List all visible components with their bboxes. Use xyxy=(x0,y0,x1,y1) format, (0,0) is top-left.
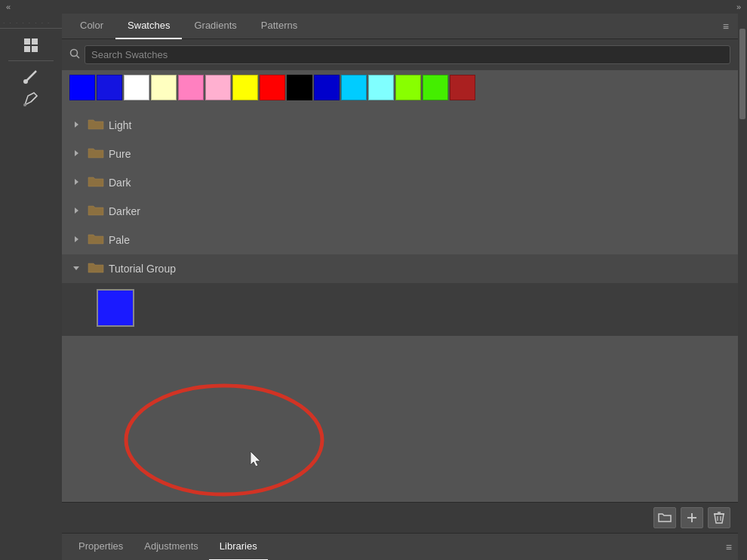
left-sidebar: · · · · · · · · xyxy=(0,14,62,560)
color-swatch[interactable] xyxy=(368,75,394,100)
svg-line-8 xyxy=(31,96,37,102)
svg-marker-13 xyxy=(75,179,78,185)
svg-point-9 xyxy=(71,50,78,57)
left-arrows-icon[interactable]: « xyxy=(6,2,11,11)
folder-icon xyxy=(88,203,103,220)
folder-item[interactable]: Darker xyxy=(62,197,738,226)
folder-label: Pure xyxy=(109,148,131,160)
ruler-dots: · · · · · · · · xyxy=(3,20,51,26)
folder-contents xyxy=(62,283,738,336)
svg-line-10 xyxy=(77,56,80,59)
svg-marker-14 xyxy=(75,208,78,214)
tutorial-color-swatch[interactable] xyxy=(97,289,134,327)
folder-item[interactable]: Pale xyxy=(62,226,738,254)
folder-icon xyxy=(88,174,103,191)
svg-marker-12 xyxy=(75,150,78,156)
add-swatch-button[interactable] xyxy=(681,507,703,528)
chevron-icon xyxy=(72,178,81,187)
color-swatch[interactable] xyxy=(287,75,312,100)
color-swatch[interactable] xyxy=(151,75,177,100)
color-swatch[interactable] xyxy=(124,75,149,100)
tab-gradients[interactable]: Gradients xyxy=(182,14,248,39)
svg-marker-15 xyxy=(75,236,78,242)
folder-label: Dark xyxy=(109,177,131,189)
folder-label: Pale xyxy=(109,234,130,246)
tab-swatches[interactable]: Swatches xyxy=(115,14,182,39)
folder-icon xyxy=(88,117,103,134)
new-folder-button[interactable] xyxy=(653,507,676,528)
folder-list: Light Pure Dark Darker Pale Tutorial Gro… xyxy=(62,108,738,502)
color-swatch[interactable] xyxy=(69,75,95,100)
folder-label: Darker xyxy=(109,205,140,217)
search-bar xyxy=(62,39,738,70)
folder-icon xyxy=(88,260,103,277)
search-input[interactable] xyxy=(85,45,730,64)
color-swatch[interactable] xyxy=(341,75,367,100)
color-swatch[interactable] xyxy=(232,75,258,100)
folder-item[interactable]: Pure xyxy=(62,140,738,168)
right-arrows-icon[interactable]: » xyxy=(736,2,741,11)
tab-libraries[interactable]: Libraries xyxy=(209,534,268,561)
color-swatch[interactable] xyxy=(395,75,421,100)
color-swatch[interactable] xyxy=(97,75,122,100)
chevron-icon xyxy=(72,207,81,216)
svg-marker-16 xyxy=(73,266,79,270)
chevron-icon xyxy=(72,149,81,158)
search-icon xyxy=(69,48,80,61)
folder-item[interactable]: Dark xyxy=(62,168,738,197)
folder-label: Tutorial Group xyxy=(109,263,176,275)
folder-item[interactable]: Tutorial Group xyxy=(62,254,738,283)
color-swatch[interactable] xyxy=(314,75,340,100)
svg-point-5 xyxy=(23,79,28,84)
color-swatch[interactable] xyxy=(450,75,475,100)
svg-marker-11 xyxy=(75,122,78,128)
color-swatch[interactable] xyxy=(260,75,285,100)
svg-rect-0 xyxy=(24,38,30,45)
svg-rect-3 xyxy=(32,46,38,52)
delete-swatch-button[interactable] xyxy=(708,507,730,528)
tab-adjustments[interactable]: Adjustments xyxy=(134,534,209,561)
svg-rect-1 xyxy=(32,38,38,45)
svg-rect-2 xyxy=(24,46,30,52)
swatches-row xyxy=(62,70,738,108)
folder-item[interactable]: Light xyxy=(62,111,738,140)
action-buttons-bar xyxy=(62,502,738,533)
scrollbar-thumb[interactable] xyxy=(739,29,745,119)
panel-menu-icon[interactable]: ≡ xyxy=(720,17,732,35)
tab-properties[interactable]: Properties xyxy=(68,534,134,561)
panel-tabs-bar: Color Swatches Gradients Patterns ≡ xyxy=(62,14,738,39)
chevron-icon xyxy=(72,264,81,273)
bottom-panel-menu-icon[interactable]: ≡ xyxy=(726,541,732,553)
chevron-icon xyxy=(72,235,81,245)
folder-label: Light xyxy=(109,119,131,131)
tab-color[interactable]: Color xyxy=(68,14,115,39)
layers-tool-icon[interactable] xyxy=(11,35,51,56)
color-swatch[interactable] xyxy=(205,75,231,100)
top-bar: « » xyxy=(0,0,747,14)
color-swatch[interactable] xyxy=(178,75,204,100)
brush-tool-icon[interactable] xyxy=(11,66,51,87)
right-scrollbar[interactable] xyxy=(738,14,747,560)
paint-tool-icon[interactable] xyxy=(11,88,51,109)
tab-patterns[interactable]: Patterns xyxy=(249,14,309,39)
folder-icon xyxy=(88,232,103,248)
chevron-icon xyxy=(72,121,81,130)
bottom-tabs-bar: Properties Adjustments Libraries ≡ xyxy=(62,533,738,560)
color-swatch[interactable] xyxy=(423,75,448,100)
svg-point-7 xyxy=(23,103,26,106)
folder-icon xyxy=(88,146,103,162)
